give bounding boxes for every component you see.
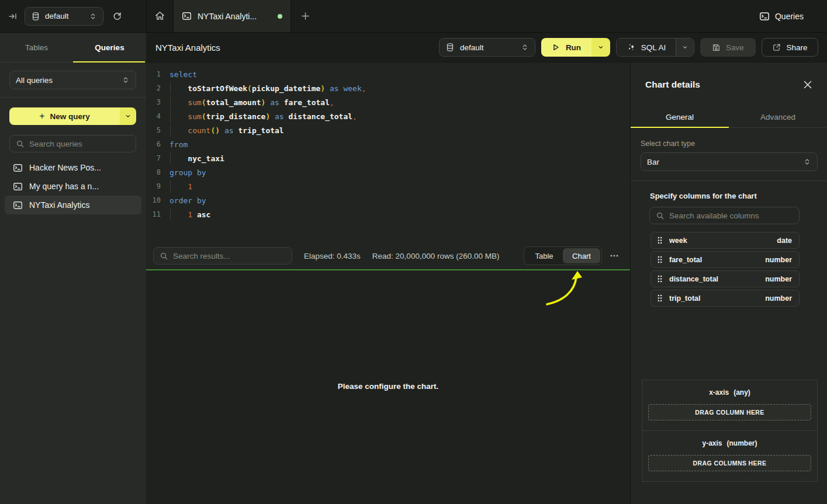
y-axis-drop-zone[interactable]: DRAG COLUMNS HERE — [648, 455, 811, 471]
columns-search-input[interactable] — [669, 211, 793, 220]
chart-type-value: Bar — [647, 158, 659, 166]
close-icon — [804, 81, 812, 89]
queries-nav-link[interactable]: Queries — [759, 0, 804, 32]
chart-panel-header: Chart details — [631, 62, 827, 106]
topbar-database-select[interactable]: default — [25, 7, 103, 26]
code-line: 2 toStartOfWeek(pickup_datetime) as week… — [146, 81, 630, 95]
editor-header-controls: default Run — [439, 38, 827, 57]
queries-terminal-icon — [759, 11, 770, 22]
query-search[interactable] — [9, 135, 136, 152]
collapse-sidebar-button[interactable] — [1, 0, 25, 33]
new-query-main[interactable]: + New query — [9, 107, 120, 125]
sql-editor[interactable]: 1select2 toStartOfWeek(pickup_datetime) … — [146, 62, 630, 242]
tab-strip: NYTaxi Analyti... — [146, 0, 319, 32]
column-name: week — [669, 237, 687, 245]
refresh-button[interactable] — [106, 0, 127, 33]
line-number: 1 — [146, 70, 161, 78]
share-label: Share — [786, 43, 807, 52]
code-lines: 1select2 toStartOfWeek(pickup_datetime) … — [146, 67, 630, 221]
share-button[interactable]: Share — [762, 38, 818, 57]
topbar-database-value: default — [45, 12, 69, 20]
new-query-dropdown[interactable] — [120, 107, 136, 125]
close-panel-button[interactable] — [804, 81, 812, 89]
play-icon — [552, 43, 560, 51]
sidebar-tab-queries[interactable]: Queries — [73, 33, 146, 62]
view-toggle: Table Chart — [524, 246, 602, 265]
tab-advanced[interactable]: Advanced — [729, 106, 827, 127]
new-tab-button[interactable] — [291, 0, 319, 32]
refresh-icon — [112, 11, 122, 21]
editor-database-value: default — [460, 43, 484, 52]
code-text: group by — [169, 168, 206, 177]
run-options-button[interactable] — [591, 38, 610, 57]
column-type: number — [765, 275, 792, 283]
code-text: count() as trip_total — [169, 126, 284, 135]
chevron-updown-icon — [803, 158, 811, 166]
line-number: 6 — [146, 140, 161, 148]
columns-search[interactable] — [649, 207, 800, 224]
line-number: 7 — [146, 154, 161, 162]
query-list-item[interactable]: My query has a n... — [5, 177, 141, 196]
query-filter-select[interactable]: All queries — [9, 71, 136, 89]
query-filter-wrap: All queries — [0, 62, 146, 98]
query-list-item[interactable]: Hacker News Pos... — [5, 158, 141, 177]
column-row-trip-total[interactable]: trip_total number — [650, 290, 800, 307]
editor-database-select[interactable]: default — [439, 38, 535, 57]
column-row-fare-total[interactable]: fare_total number — [650, 251, 800, 268]
new-query-button[interactable]: + New query — [9, 107, 136, 125]
search-icon — [656, 211, 665, 220]
query-terminal-icon — [13, 182, 23, 192]
drag-handle-icon[interactable] — [657, 236, 663, 245]
code-text: order by — [169, 196, 206, 205]
sidebar-tab-tables[interactable]: Tables — [0, 33, 73, 62]
code-text: nyc_taxi — [169, 154, 224, 163]
drag-handle-icon[interactable] — [657, 294, 663, 303]
column-row-week[interactable]: week date — [650, 232, 800, 249]
y-axis-title: y-axis(number) — [648, 439, 811, 447]
chart-view-button[interactable]: Chart — [563, 248, 600, 263]
column-name: distance_total — [669, 275, 718, 283]
table-view-button[interactable]: Table — [525, 248, 563, 263]
chevron-down-icon — [681, 44, 688, 51]
line-number: 3 — [146, 98, 161, 106]
chart-panel-title: Chart details — [645, 79, 700, 90]
x-axis-section: x-axis(any) DRAG COLUMN HERE — [642, 380, 818, 431]
results-search-input[interactable] — [173, 252, 286, 260]
database-icon — [31, 12, 40, 21]
column-name: trip_total — [669, 294, 700, 303]
tab-title: NYTaxi Analyti... — [198, 12, 272, 21]
sql-ai-options-button[interactable] — [676, 39, 694, 56]
code-text: toStartOfWeek(pickup_datetime) as week, — [169, 84, 366, 93]
chart-type-select[interactable]: Bar — [641, 152, 818, 171]
query-list-label: Hacker News Pos... — [29, 163, 101, 172]
query-search-input[interactable] — [29, 140, 130, 148]
query-list-label: My query has a n... — [29, 182, 99, 191]
chevron-updown-icon — [521, 43, 529, 51]
chart-panel-tabs: General Advanced — [631, 106, 827, 128]
x-axis-drop-zone[interactable]: DRAG COLUMN HERE — [648, 404, 811, 420]
tab-nytaxi-analytics[interactable]: NYTaxi Analyti... — [173, 0, 291, 32]
results-search[interactable] — [153, 247, 292, 265]
drag-handle-icon[interactable] — [657, 255, 663, 264]
query-list: Hacker News Pos... My query has a n... N… — [5, 158, 141, 214]
save-button[interactable]: Save — [700, 38, 756, 57]
column-row-distance-total[interactable]: distance_total number — [650, 270, 800, 287]
query-list-item-selected[interactable]: NYTaxi Analytics — [5, 196, 141, 214]
column-type: number — [765, 294, 792, 303]
more-options-button[interactable] — [605, 247, 623, 265]
tab-general[interactable]: General — [631, 106, 729, 127]
column-name: fare_total — [669, 256, 702, 264]
home-tab-button[interactable] — [146, 0, 173, 32]
search-icon — [160, 252, 168, 260]
line-number: 11 — [146, 210, 161, 218]
query-terminal-icon — [182, 11, 192, 21]
columns-section-label: Specify columns for the chart — [650, 192, 818, 200]
code-line: 4 sum(trip_distance) as distance_total, — [146, 109, 630, 123]
line-number: 2 — [146, 84, 161, 92]
drag-handle-icon[interactable] — [657, 274, 663, 283]
sql-ai-button[interactable]: SQL AI — [617, 39, 676, 56]
sql-ai-label: SQL AI — [641, 43, 666, 52]
run-button[interactable]: Run — [541, 38, 591, 57]
chart-type-label: Select chart type — [641, 140, 818, 148]
save-label: Save — [726, 43, 744, 52]
